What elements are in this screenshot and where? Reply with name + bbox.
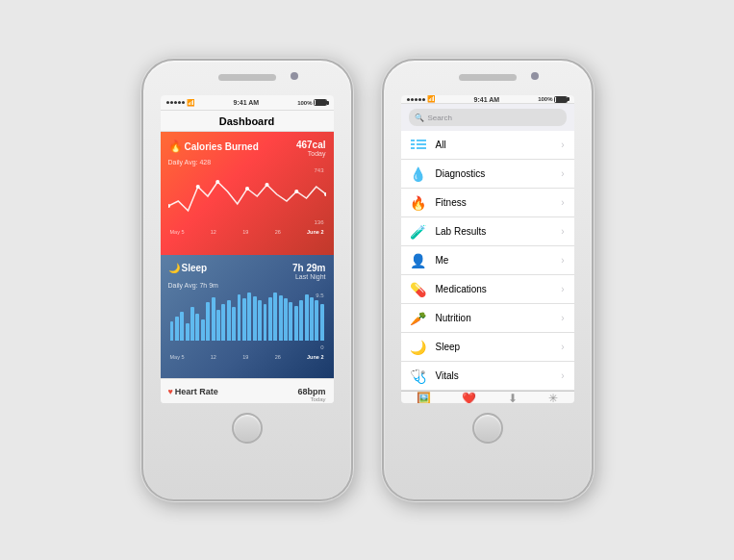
category-all[interactable]: All › xyxy=(401,131,574,160)
search-bar-wrap: 🔍 Search xyxy=(401,104,574,131)
cat-all-label: All xyxy=(436,140,446,150)
cat-lab-left: 🧪 Lab Results xyxy=(409,222,487,242)
bar xyxy=(305,294,309,341)
calories-label: Calories Burned xyxy=(185,141,259,152)
r-dot4 xyxy=(418,98,421,101)
sleep-min: 0 xyxy=(320,344,323,350)
flame-icon: 🔥 xyxy=(168,140,183,153)
medications-icon: 💊 xyxy=(409,280,428,299)
bar xyxy=(253,296,257,341)
diagnostics-icon: 💧 xyxy=(409,165,428,184)
signal-dots xyxy=(166,101,185,104)
right-tab-gallery[interactable]: 🖼️ xyxy=(417,392,431,403)
signal-area: 📶 xyxy=(166,99,195,107)
r-dot1 xyxy=(407,98,410,101)
search-bar[interactable]: 🔍 Search xyxy=(409,109,567,126)
bar xyxy=(227,300,231,341)
right-tab-download[interactable]: ⬇ xyxy=(508,392,518,403)
wifi-icon-right: 📶 xyxy=(427,95,436,103)
svg-point-3 xyxy=(244,187,248,191)
sleep-value-wrap: 7h 29m Last Night xyxy=(292,263,325,280)
category-lab[interactable]: 🧪 Lab Results › xyxy=(401,217,574,246)
bar xyxy=(310,297,314,341)
camera-dot xyxy=(291,72,298,80)
chevron-diagnostics: › xyxy=(561,168,564,179)
r-dot2 xyxy=(411,98,414,101)
me-icon: 👤 xyxy=(409,251,428,270)
heart-value: 68bpm xyxy=(297,387,325,396)
svg-rect-11 xyxy=(417,143,426,145)
category-sleep[interactable]: 🌙 Sleep › xyxy=(401,333,574,362)
bar xyxy=(258,300,262,341)
home-button-left[interactable] xyxy=(232,413,263,444)
sleep-title-wrap: 🌙 Sleep xyxy=(168,263,208,273)
right-tab-asterisk[interactable]: ✳ xyxy=(548,392,558,403)
category-me[interactable]: 👤 Me › xyxy=(401,246,574,275)
category-diagnostics[interactable]: 💧 Diagnostics › xyxy=(401,160,574,189)
calories-header: 🔥 Calories Burned 467cal Today xyxy=(168,140,326,157)
svg-rect-10 xyxy=(417,140,426,141)
chevron-nutrition: › xyxy=(561,313,564,323)
chevron-fitness: › xyxy=(561,197,564,208)
right-phone: 📶 9:41 AM 100% 🔍 Search xyxy=(382,59,594,501)
signal-dots-right xyxy=(407,98,425,101)
battery-text-left: 100% xyxy=(297,100,312,106)
cat-sleep-label: Sleep xyxy=(436,342,461,352)
nav-bar-dashboard: Dashboard xyxy=(161,111,334,132)
search-placeholder: Search xyxy=(428,114,452,122)
svg-point-2 xyxy=(215,180,219,184)
cat-vitals-left: 🩺 Vitals xyxy=(409,367,459,386)
left-phone: 📶 9:41 AM 100% Dashboard 🔥 Calories B xyxy=(141,59,353,501)
sleep-date-4: 26 xyxy=(275,354,281,360)
cat-fitness-label: Fitness xyxy=(436,197,467,208)
sleep-dates: May 5 12 19 26 June 2 xyxy=(168,354,326,360)
svg-rect-7 xyxy=(411,140,415,141)
dashboard-content: 🔥 Calories Burned 467cal Today Daily Avg… xyxy=(161,132,334,403)
chevron-medications: › xyxy=(561,284,564,294)
sleep-label: Sleep xyxy=(182,263,208,273)
category-nutrition[interactable]: 🥕 Nutrition › xyxy=(401,304,574,333)
right-screen-content: 📶 9:41 AM 100% 🔍 Search xyxy=(401,95,574,403)
cat-medications-label: Medications xyxy=(436,284,487,294)
sleep-bar-chart xyxy=(168,293,326,341)
bar xyxy=(279,295,283,341)
bar xyxy=(284,298,288,341)
category-medications[interactable]: 💊 Medications › xyxy=(401,275,574,304)
wifi-icon: 📶 xyxy=(187,99,195,107)
dot2 xyxy=(170,101,173,104)
category-vitals[interactable]: 🩺 Vitals › xyxy=(401,362,574,391)
battery-fill xyxy=(316,100,326,105)
bar xyxy=(242,298,246,341)
heart-value-wrap: 68bpm Today xyxy=(297,387,325,402)
moon-icon: 🌙 xyxy=(168,263,180,273)
home-button-right[interactable] xyxy=(472,413,503,444)
calories-max: 743 xyxy=(314,167,323,173)
dot3 xyxy=(174,101,177,104)
r-dot3 xyxy=(415,98,418,101)
sleep-date: Last Night xyxy=(292,273,325,280)
heart-icon: ♥ xyxy=(168,387,173,396)
sleep-header: 🌙 Sleep 7h 29m Last Night xyxy=(168,263,326,280)
bar xyxy=(238,294,241,341)
calories-value: 467cal xyxy=(296,140,326,150)
svg-point-5 xyxy=(294,190,298,193)
category-list: All › 💧 Diagnostics › xyxy=(401,131,574,391)
cat-nutrition-left: 🥕 Nutrition xyxy=(409,309,471,328)
cat-diagnostics-left: 💧 Diagnostics xyxy=(409,165,486,184)
bar xyxy=(195,314,199,341)
calories-date: Today xyxy=(296,150,326,157)
bar xyxy=(206,302,210,341)
calories-chart: 743 136 May 5 12 xyxy=(168,167,326,235)
time-right: 9:41 AM xyxy=(474,96,500,103)
dot4 xyxy=(178,101,181,104)
calories-card: 🔥 Calories Burned 467cal Today Daily Avg… xyxy=(161,132,334,255)
right-tab-health[interactable]: ❤️ xyxy=(462,392,476,403)
dot5 xyxy=(182,101,185,104)
cat-me-left: 👤 Me xyxy=(409,251,449,270)
sleep-value: 7h 29m xyxy=(292,263,325,273)
svg-point-1 xyxy=(195,185,199,189)
category-fitness[interactable]: 🔥 Fitness › xyxy=(401,189,574,217)
svg-point-4 xyxy=(265,183,268,187)
bar xyxy=(221,304,225,341)
date-1: May 5 xyxy=(170,229,185,235)
